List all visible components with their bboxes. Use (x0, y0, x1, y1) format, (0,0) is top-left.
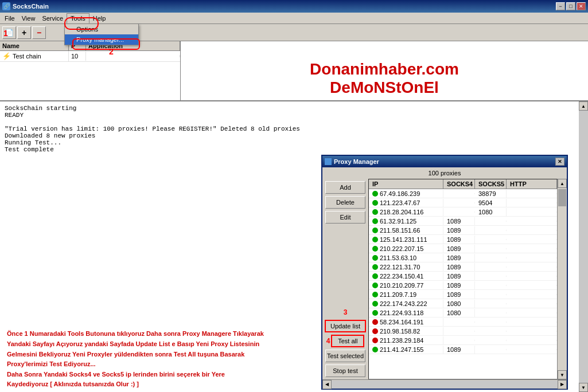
dropdown-options[interactable]: Options (65, 24, 138, 34)
toolbar-remove-btn[interactable]: − (32, 26, 46, 39)
toolbar-new-btn[interactable]: 📄 (2, 26, 16, 39)
proxy-row[interactable]: 222.174.243.2221080 (369, 299, 557, 308)
tools-dropdown-menu: Options Proxy manager... (64, 24, 139, 45)
proxy-row[interactable]: 210.210.209.771089 (369, 281, 557, 290)
dropdown-proxy-manager[interactable]: Proxy manager... (65, 34, 138, 45)
dialog-title-left: Proxy Manager (325, 158, 379, 165)
table-scroll-thumb[interactable] (558, 189, 566, 206)
title-bar: 🔗 SocksChain − □ ✕ (0, 0, 588, 13)
proxy-socks4-cell: 1089 (443, 226, 475, 234)
delete-button[interactable]: Delete (325, 196, 365, 209)
menu-tools[interactable]: Tools (67, 13, 89, 23)
stop-test-button[interactable]: Stop test (325, 364, 365, 377)
proxy-row[interactable]: 67.49.186.23938879 (369, 189, 557, 198)
info-text-2: DeMoNStOnEl (330, 79, 439, 97)
proxy-row[interactable]: 211.58.151.661089 (369, 226, 557, 235)
proxy-status-icon (372, 292, 378, 297)
proxy-http-cell (507, 230, 557, 231)
proxy-socks5-cell (475, 230, 507, 231)
app-icon: 🔗 (2, 2, 10, 10)
proxy-row[interactable]: 58.234.164.191 (369, 317, 557, 327)
title-bar-left: 🔗 SocksChain (2, 2, 49, 10)
dialog-close-btn[interactable]: ✕ (555, 158, 564, 166)
proxy-ip-cell: 58.234.164.191 (369, 318, 443, 326)
proxy-row[interactable]: 211.238.29.184 (369, 336, 557, 345)
title-buttons: − □ ✕ (556, 2, 586, 10)
test-all-row: 4 Test all (326, 335, 365, 347)
proxy-ip-cell: 210.210.209.77 (369, 281, 443, 289)
proxy-socks4-cell: 1089 (443, 263, 475, 271)
scroll-down-arrow[interactable]: ▼ (579, 383, 588, 392)
proxy-http-cell (507, 322, 557, 323)
proxy-ip-cell: 211.238.29.184 (369, 336, 443, 344)
proxy-row[interactable]: 211.209.7.191089 (369, 290, 557, 299)
h-scroll-left[interactable]: ◀ (322, 380, 332, 389)
test-all-button[interactable]: Test all (331, 335, 364, 347)
h-scroll-track[interactable] (332, 381, 558, 389)
proxy-ip-cell: 211.58.151.66 (369, 226, 443, 234)
menu-file[interactable]: File (1, 14, 18, 23)
menu-service[interactable]: Service (38, 14, 67, 23)
proxy-http-cell (507, 248, 557, 249)
proxy-row[interactable]: 218.28.204.1161080 (369, 207, 557, 217)
proxy-row[interactable]: 210.98.158.82 (369, 327, 557, 336)
proxy-socks4-cell: 1089 (443, 217, 475, 225)
proxy-status-icon (372, 338, 378, 343)
minimize-button[interactable]: − (556, 2, 565, 10)
proxy-socks4-cell: 1080 (443, 309, 475, 317)
proxy-row[interactable]: 210.222.207.151089 (369, 244, 557, 253)
scroll-track-v[interactable] (579, 111, 588, 383)
proxy-ip-cell: 222.234.150.41 (369, 272, 443, 280)
proxy-row[interactable]: 211.41.247.1551089 (369, 345, 557, 354)
proxy-row[interactable]: 222.121.31.701089 (369, 262, 557, 272)
proxy-socks5-cell (475, 266, 507, 268)
dialog-bottom-scroll: ◀ ▶ (322, 379, 567, 389)
proxy-status-icon (372, 237, 378, 242)
chain-name: Test chain (13, 53, 41, 60)
proxy-row[interactable]: 211.53.63.101089 (369, 253, 557, 262)
proxy-http-cell (507, 221, 557, 222)
proxy-ip-cell: 218.28.204.116 (369, 208, 443, 216)
chain-row-0[interactable]: ⚡ Test chain 10 (0, 51, 180, 62)
proxy-socks4-cell: 1089 (443, 254, 475, 262)
proxy-count-text: 100 proxies (429, 170, 461, 177)
proxy-status-icon (372, 310, 378, 316)
proxy-manager-dialog: Proxy Manager ✕ 100 proxies Add Delete E… (321, 155, 568, 390)
proxy-socks5-cell (475, 322, 507, 323)
proxy-socks4-cell (443, 193, 475, 194)
proxy-http-cell (507, 239, 557, 240)
proxy-row[interactable]: 121.223.47.679504 (369, 198, 557, 207)
test-selected-button[interactable]: Test selected (325, 350, 365, 362)
table-scroll-up[interactable]: ▲ (558, 179, 567, 188)
proxy-socks4-cell: 1089 (443, 245, 475, 253)
proxy-status-icon (372, 209, 378, 215)
h-scroll-right[interactable]: ▶ (558, 380, 567, 389)
col-http: HTTP (507, 179, 557, 189)
chain-icon: ⚡ (2, 52, 11, 60)
menu-view[interactable]: View (18, 14, 39, 23)
proxy-http-cell (507, 294, 557, 295)
proxy-socks4-cell: 1089 (443, 346, 475, 354)
edit-button[interactable]: Edit (325, 211, 365, 224)
proxy-row[interactable]: 61.32.91.1251089 (369, 217, 557, 226)
close-button[interactable]: ✕ (577, 2, 586, 10)
proxy-socks5-cell: 9504 (475, 199, 507, 207)
proxy-socks5-cell (475, 294, 507, 295)
proxy-socks4-cell: 1089 (443, 236, 475, 244)
proxy-ip-cell: 211.53.63.10 (369, 254, 443, 262)
proxy-row[interactable]: 221.224.93.1181080 (369, 308, 557, 317)
proxy-ip-cell: 222.121.31.70 (369, 263, 443, 271)
restore-button[interactable]: □ (566, 2, 575, 10)
proxy-status-icon (372, 328, 378, 334)
proxy-http-cell (507, 211, 557, 213)
bottom-scrollbar: ▲ ▼ (579, 101, 588, 392)
proxy-row[interactable]: 222.234.150.411089 (369, 272, 557, 281)
update-list-button[interactable]: Update list (325, 320, 366, 332)
proxy-row[interactable]: 125.141.231.1111089 (369, 235, 557, 244)
add-button[interactable]: Add (325, 181, 365, 194)
menu-help[interactable]: Help (89, 14, 110, 23)
scroll-up-arrow[interactable]: ▲ (579, 101, 588, 111)
table-scroll-down[interactable]: ▼ (558, 370, 567, 379)
proxy-socks5-cell (475, 248, 507, 249)
toolbar-add-btn[interactable]: + (17, 26, 31, 39)
